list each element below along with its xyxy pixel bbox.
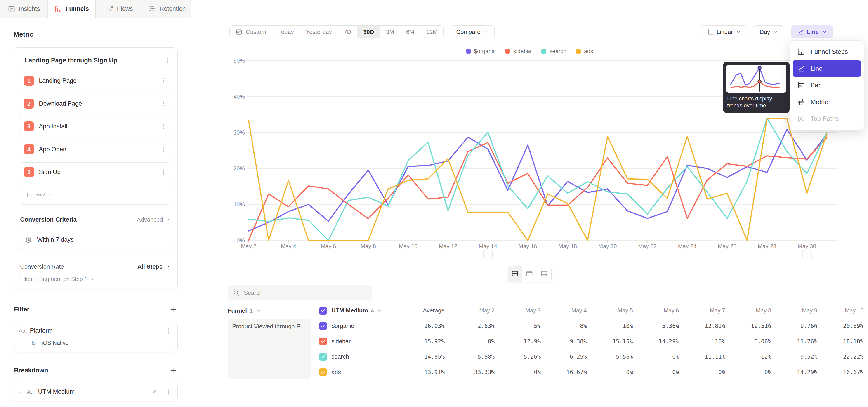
x-axis-label: May 6 <box>321 243 336 249</box>
search-input[interactable] <box>244 289 367 296</box>
tooltip-text: Line charts display trends over time. <box>726 93 786 109</box>
close-icon[interactable] <box>151 389 158 395</box>
kebab-menu-icon[interactable] <box>165 388 172 395</box>
add-step-button[interactable]: Add Step <box>19 185 172 205</box>
tab-insights[interactable]: Insights <box>0 0 48 18</box>
range-7d[interactable]: 7D <box>338 26 358 38</box>
date-column-header[interactable]: May 2 <box>448 307 495 314</box>
series-line-organic[interactable] <box>249 129 827 231</box>
kebab-menu-icon[interactable] <box>160 77 167 84</box>
chevron-down-icon <box>165 264 170 270</box>
funnel-step-sign-up[interactable]: 5Sign Up <box>19 162 172 182</box>
menu-item-funnel-steps[interactable]: Funnel Steps <box>793 43 861 60</box>
legend-item-organic[interactable]: $organic <box>466 48 496 55</box>
range-label: 12M <box>426 29 438 35</box>
date-column-header[interactable]: May 8 <box>725 307 771 314</box>
advanced-dropdown[interactable]: Advanced <box>137 216 170 223</box>
annotation-badge[interactable]: 1 <box>483 250 492 259</box>
menu-item-bar[interactable]: Bar <box>793 77 861 94</box>
menu-item-line[interactable]: Line <box>793 60 861 77</box>
range-30d[interactable]: 30D <box>358 26 380 38</box>
funnel-card-header[interactable]: Landing Page through Sign Up <box>19 53 172 68</box>
series-line-ads[interactable] <box>249 119 827 240</box>
breakdown-card[interactable]: Aa UTM Medium <box>13 382 178 401</box>
range-today[interactable]: Today <box>272 26 300 38</box>
date-column-header[interactable]: May 5 <box>587 307 633 314</box>
breakdown-heading: Breakdown <box>14 367 48 374</box>
menu-item-metric[interactable]: Metric <box>793 94 861 111</box>
kebab-menu-icon[interactable] <box>160 100 167 107</box>
average-column-header[interactable]: Average <box>383 307 445 314</box>
kebab-menu-icon[interactable] <box>165 327 172 334</box>
kebab-menu-icon[interactable] <box>164 57 170 64</box>
split-view-button[interactable] <box>508 266 522 282</box>
date-column-header[interactable]: May 7 <box>679 307 725 314</box>
series-checkbox[interactable] <box>319 338 327 345</box>
all-steps-dropdown[interactable]: All Steps <box>137 263 170 270</box>
filter-card[interactable]: Aa Platform Is iOS Native <box>13 321 178 352</box>
chart-only-view-button[interactable] <box>522 266 537 282</box>
metric-icon <box>797 98 805 106</box>
search-field[interactable] <box>228 285 372 300</box>
funnel-step-download-page[interactable]: 2Download Page <box>19 94 172 113</box>
tab-funnels[interactable]: Funnels <box>48 0 95 18</box>
funnel-column-header[interactable]: Funnel1 <box>228 303 319 318</box>
compare-button[interactable]: Compare <box>451 25 495 38</box>
series-name: search <box>331 353 349 360</box>
kebab-menu-icon[interactable] <box>160 146 167 153</box>
tab-retention[interactable]: Retention <box>143 0 191 18</box>
conversion-window-button[interactable]: Within 7 days <box>19 230 172 249</box>
table-header-row: Funnel1UTM Medium4AverageMay 2May 3May 4… <box>191 303 868 318</box>
filter-value[interactable]: iOS Native <box>41 340 68 346</box>
interval-dropdown[interactable]: Day <box>754 25 784 38</box>
select-all-checkbox[interactable] <box>319 307 327 315</box>
table-only-view-button[interactable] <box>537 266 551 282</box>
add-breakdown-button[interactable] <box>169 367 177 374</box>
breakdown-column-header[interactable]: UTM Medium4 <box>319 307 383 315</box>
funnel-step-app-install[interactable]: 3App Install <box>19 117 172 136</box>
range-6m[interactable]: 6M <box>400 26 421 38</box>
date-column-header[interactable]: May 9 <box>771 307 817 314</box>
date-column-header[interactable]: May 4 <box>541 307 587 314</box>
kebab-menu-icon[interactable] <box>160 169 167 176</box>
legend-item-ads[interactable]: ads <box>576 48 593 55</box>
cell-value: 8% <box>541 323 587 329</box>
cell-value: 5.56% <box>587 353 633 360</box>
x-axis-label: May 8 <box>361 243 376 249</box>
range-3m[interactable]: 3M <box>380 26 400 38</box>
range-yesterday[interactable]: Yesterday <box>300 26 338 38</box>
series-checkbox[interactable] <box>319 353 327 361</box>
funnel-step-app-open[interactable]: 4App Open <box>19 139 172 159</box>
legend-item-sidebar[interactable]: sidebar <box>505 48 532 55</box>
kebab-menu-icon[interactable] <box>160 123 167 130</box>
date-column-header[interactable]: May 3 <box>495 307 541 314</box>
main-content: CustomTodayYesterday7D30D3M6M12M Compare… <box>191 0 868 407</box>
chevron-down-icon <box>256 308 261 314</box>
funnelsteps-icon <box>797 48 805 56</box>
filter-segment-dropdown[interactable]: Filter + Segment on Step 1 <box>19 276 172 289</box>
range-label: Today <box>278 29 294 35</box>
add-filter-button[interactable] <box>169 306 177 313</box>
chart-legend: $organicsidebarsearchads <box>466 48 593 55</box>
date-column-header[interactable]: May 6 <box>633 307 679 314</box>
chart-toolbar: CustomTodayYesterday7D30D3M6M12M Compare… <box>229 25 833 38</box>
filter-operator[interactable]: Is <box>31 340 36 346</box>
scale-dropdown[interactable]: Linear <box>701 25 747 38</box>
range-custom[interactable]: Custom <box>230 26 272 38</box>
menu-item-top-paths: Top Paths <box>793 111 861 127</box>
funnel-column-count: 1 <box>250 307 253 314</box>
date-column-header[interactable]: May 10 <box>817 307 864 314</box>
drag-handle-icon[interactable] <box>17 389 22 395</box>
tab-flows[interactable]: Flows <box>96 0 143 18</box>
range-12m[interactable]: 12M <box>421 26 444 38</box>
chevron-down-icon <box>377 308 382 314</box>
series-checkbox[interactable] <box>319 322 327 330</box>
cell-value: 12.9% <box>495 338 541 345</box>
funnel-step-landing-page[interactable]: 1Landing Page <box>19 71 172 90</box>
chart-type-dropdown[interactable]: Line <box>791 25 833 38</box>
series-checkbox[interactable] <box>319 368 327 376</box>
add-step-label: Add Step <box>36 193 51 197</box>
legend-item-search[interactable]: search <box>541 48 566 55</box>
annotation-badge[interactable]: 1 <box>802 250 811 259</box>
series-line-search[interactable] <box>249 118 827 240</box>
